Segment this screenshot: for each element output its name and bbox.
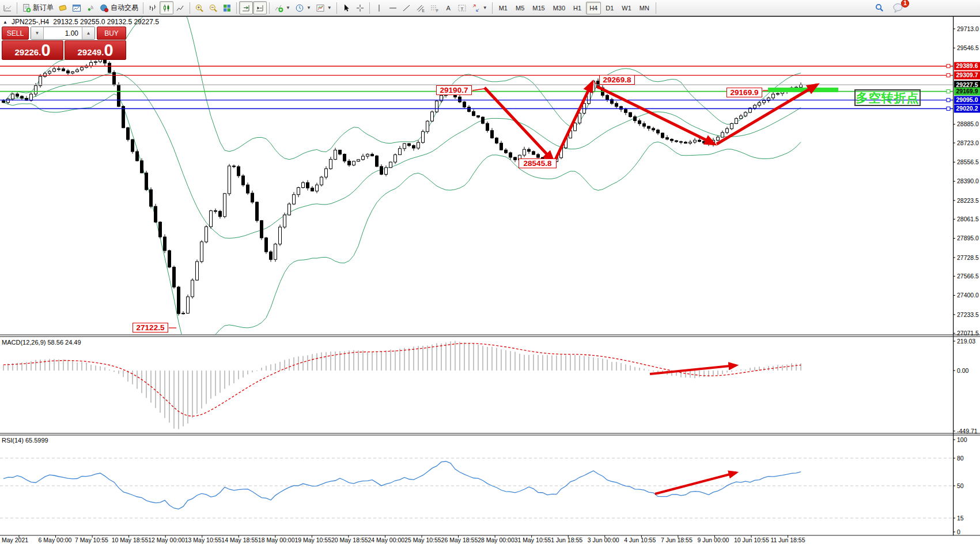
timeframe-m1-button[interactable]: M1 bbox=[495, 2, 511, 14]
indicators-menu-button[interactable]: ▼ bbox=[272, 1, 293, 14]
timeframe-mn-button[interactable]: MN bbox=[636, 2, 653, 14]
vertical-line-tool-icon bbox=[374, 3, 384, 13]
toolbar-separator bbox=[369, 2, 370, 14]
date-axis-label: 3 Jun 00:00 bbox=[588, 537, 619, 543]
volume-increase-button[interactable]: ▲ bbox=[82, 27, 94, 39]
line-end-marker[interactable] bbox=[947, 65, 950, 68]
search-button[interactable] bbox=[872, 1, 887, 14]
pane-separator bbox=[0, 435, 980, 436]
buy-button[interactable]: BUY bbox=[97, 27, 126, 40]
channel-tool-button[interactable]: E bbox=[414, 1, 427, 14]
line-end-marker[interactable] bbox=[947, 107, 950, 111]
mt4-window: 29713.029546.528885.028723.028556.528390… bbox=[0, 0, 980, 544]
price-axis-line bbox=[953, 16, 953, 535]
zoom-in-button[interactable] bbox=[192, 1, 206, 14]
toolbar-separator bbox=[269, 2, 270, 14]
templates-menu-button[interactable]: ▼ bbox=[313, 1, 334, 14]
auto-trading-button[interactable]: 自动交易 bbox=[97, 1, 141, 14]
date-axis-label: 11 Jun 18:55 bbox=[771, 537, 805, 543]
macd-pane[interactable] bbox=[3, 341, 801, 429]
chinese-note-label[interactable]: 多空转折点 bbox=[854, 89, 921, 106]
toolbar: 新订单自动交易▼▼▼EFAT▼M1M5M15M30H1H4D1W1MN1 bbox=[0, 0, 980, 16]
toolbar-separator bbox=[236, 2, 237, 14]
price-axis-tick: 27071.5 bbox=[957, 330, 979, 337]
timeframe-m15-button[interactable]: M15 bbox=[529, 2, 548, 14]
date-axis-label: 31 May 10:55 bbox=[514, 537, 551, 543]
rsi-axis-tick: 0 bbox=[957, 528, 960, 535]
data-window-button[interactable] bbox=[70, 1, 84, 14]
crosshair-mode-button[interactable] bbox=[353, 1, 367, 14]
bar-chart-type-button[interactable] bbox=[146, 1, 160, 14]
chart-canvas[interactable]: 29713.029546.528885.028723.028556.528390… bbox=[0, 0, 980, 544]
sell-button[interactable]: SELL bbox=[2, 27, 29, 40]
price-annotation-label[interactable]: 28545.8 bbox=[519, 158, 557, 168]
chart-tool-button[interactable] bbox=[1, 1, 14, 14]
price-axis-tick: 27895.0 bbox=[957, 235, 979, 241]
date-axis-label: 24 May 00:00 bbox=[368, 537, 405, 543]
macd-axis-tick: -449.71 bbox=[957, 428, 978, 435]
templates-menu-dropdown-arrow-icon[interactable]: ▼ bbox=[327, 5, 332, 10]
tile-windows-icon bbox=[222, 3, 232, 13]
cursor-mode-button[interactable] bbox=[339, 1, 353, 14]
line-end-marker[interactable] bbox=[947, 74, 950, 77]
arrows-tool-button[interactable]: ▼ bbox=[469, 1, 490, 14]
date-axis-label: 28 May 00:00 bbox=[478, 537, 514, 543]
volume-input[interactable]: 1.00 bbox=[44, 27, 82, 39]
zoom-out-button[interactable] bbox=[206, 1, 220, 14]
macd-trend-arrow[interactable] bbox=[650, 365, 736, 374]
timeframe-m30-button[interactable]: M30 bbox=[550, 2, 569, 14]
periods-menu-icon bbox=[295, 3, 304, 13]
volume-decrease-button[interactable]: ▼ bbox=[31, 27, 44, 39]
toolbar-separator bbox=[492, 2, 493, 14]
label-tool-button[interactable]: T bbox=[455, 1, 469, 14]
horizontal-line-tool-icon bbox=[388, 3, 398, 13]
price-annotation-label[interactable]: 29190.7 bbox=[436, 85, 472, 95]
trend-arrow[interactable] bbox=[485, 88, 553, 161]
candlestick-chart-type-button[interactable] bbox=[160, 1, 173, 14]
trendline-tool-icon bbox=[402, 3, 411, 13]
text-tool-button[interactable]: A bbox=[441, 1, 455, 14]
text-tool-icon: A bbox=[444, 3, 453, 13]
signals-icon bbox=[86, 3, 95, 13]
vertical-line-tool-button[interactable] bbox=[372, 1, 386, 14]
price-annotation-label[interactable]: 29169.9 bbox=[727, 88, 762, 97]
arrows-tool-dropdown-arrow-icon[interactable]: ▼ bbox=[483, 5, 487, 10]
indicators-menu-dropdown-arrow-icon[interactable]: ▼ bbox=[286, 5, 290, 10]
bar-chart-type-icon bbox=[148, 3, 157, 13]
date-axis-label: 10 Jun 10:55 bbox=[734, 537, 769, 543]
timeframe-d1-button[interactable]: D1 bbox=[602, 2, 617, 14]
indicators-menu-icon bbox=[274, 3, 283, 13]
timeframe-m5-button[interactable]: M5 bbox=[512, 2, 528, 14]
horizontal-line-tool-button[interactable] bbox=[386, 1, 400, 14]
svg-text:T: T bbox=[460, 6, 463, 11]
timeframe-w1-button[interactable]: W1 bbox=[618, 2, 635, 14]
date-axis-label: 7 Jun 18:55 bbox=[661, 537, 693, 543]
rsi-trend-arrow[interactable] bbox=[655, 473, 736, 494]
line-chart-type-button[interactable] bbox=[173, 1, 187, 14]
collapse-arrow-icon[interactable]: ▲ bbox=[3, 20, 7, 25]
buy-price-display[interactable]: 29249.0 bbox=[65, 40, 126, 60]
auto-scroll-button[interactable] bbox=[239, 1, 253, 14]
fibonacci-tool-button[interactable]: F bbox=[427, 1, 441, 14]
macd-indicator-label: MACD(12,26,9) 58.56 24.49 bbox=[2, 339, 81, 346]
periods-menu-button[interactable]: ▼ bbox=[293, 1, 313, 14]
price-annotation-label[interactable]: 27122.5 bbox=[133, 323, 168, 333]
tile-windows-button[interactable] bbox=[220, 1, 234, 14]
price-annotation-label[interactable]: 29269.8 bbox=[599, 75, 635, 85]
sell-price-display[interactable]: 29226.0 bbox=[2, 40, 63, 60]
trendline-tool-button[interactable] bbox=[400, 1, 414, 14]
chart-shift-button[interactable] bbox=[253, 1, 267, 14]
trend-arrow[interactable] bbox=[597, 86, 714, 144]
trend-arrow[interactable] bbox=[554, 82, 592, 162]
zoom-out-icon bbox=[209, 3, 218, 13]
notifications-button[interactable]: 1 bbox=[890, 1, 906, 14]
line-end-marker[interactable] bbox=[947, 99, 950, 102]
signals-button[interactable] bbox=[84, 1, 97, 14]
line-end-marker[interactable] bbox=[947, 90, 950, 93]
periods-menu-dropdown-arrow-icon[interactable]: ▼ bbox=[307, 5, 311, 10]
new-order-button[interactable]: 新订单 bbox=[20, 1, 56, 14]
timeframe-h4-button[interactable]: H4 bbox=[586, 2, 601, 14]
market-watch-button[interactable] bbox=[56, 1, 70, 14]
date-axis-label: 18 May 00:00 bbox=[258, 537, 295, 543]
timeframe-h1-button[interactable]: H1 bbox=[570, 2, 585, 14]
